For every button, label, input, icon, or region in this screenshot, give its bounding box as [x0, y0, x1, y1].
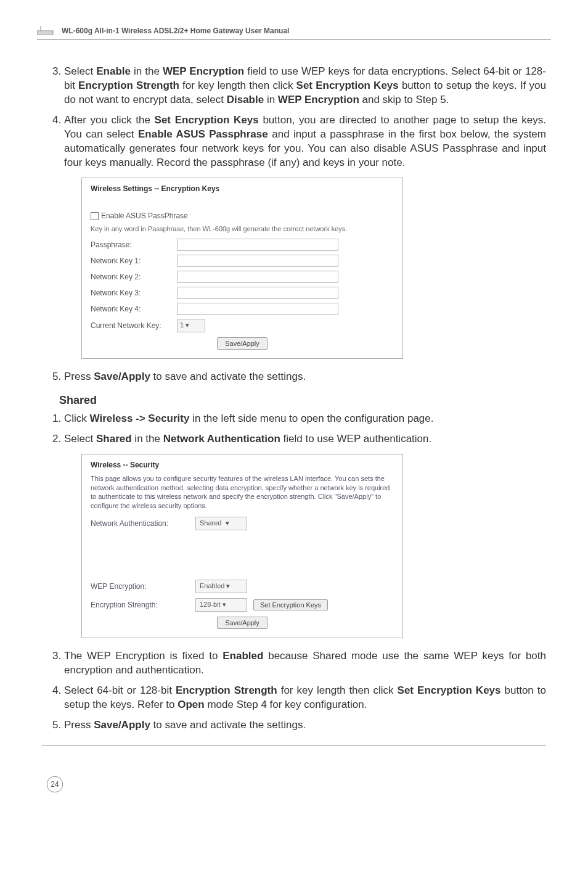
- ss1-enable-passphrase-row: Enable ASUS PassPhrase: [91, 212, 394, 220]
- ss1-title: Wireless Settings -- Encryption Keys: [91, 184, 394, 193]
- shared-step-4: Select 64-bit or 128-bit Encryption Stre…: [64, 684, 546, 712]
- instruction-list-1: Select Enable in the WEP Encryption fiel…: [42, 65, 546, 170]
- network-key-3-input[interactable]: [177, 287, 338, 299]
- screenshot-encryption-keys: Wireless Settings -- Encryption Keys Ena…: [81, 178, 403, 359]
- router-icon: [37, 25, 57, 37]
- shared-step-3: The WEP Encryption is fixed to Enabled b…: [64, 649, 546, 678]
- ss2-wep-row: WEP Encryption: Enabled ▾: [91, 580, 394, 593]
- svg-rect-1: [37, 31, 53, 35]
- save-apply-button[interactable]: Save/Apply: [217, 337, 267, 350]
- instruction-list-3: The WEP Encryption is fixed to Enabled b…: [42, 649, 546, 733]
- ss2-description: This page allows you to configure securi…: [91, 474, 394, 511]
- screenshot-wireless-security: Wireless -- Security This page allows yo…: [81, 454, 403, 638]
- network-key-2-input[interactable]: [177, 271, 338, 283]
- shared-heading: Shared: [59, 394, 546, 407]
- ss1-row-passphrase: Passphrase:: [91, 239, 394, 251]
- ss1-row-key1: Network Key 1:: [91, 255, 394, 267]
- current-network-key-select[interactable]: 1 ▾: [177, 319, 205, 332]
- instruction-list-1b: Press Save/Apply to save and activate th…: [42, 370, 546, 384]
- page-number-container: 24: [47, 776, 546, 792]
- encryption-strength-select[interactable]: 128-bit ▾: [195, 598, 247, 612]
- ss1-row-key2: Network Key 2:: [91, 271, 394, 283]
- save-apply-button-2[interactable]: Save/Apply: [217, 617, 267, 629]
- ss1-row-key4: Network Key 4:: [91, 303, 394, 315]
- instruction-list-2: Click Wireless -> Security in the left s…: [42, 412, 546, 446]
- footer-divider: [42, 745, 546, 752]
- ss1-description: Key in any word in Passphrase, then WL-6…: [91, 225, 394, 232]
- shared-step-5: Press Save/Apply to save and activate th…: [64, 718, 546, 733]
- shared-step-2: Select Shared in the Network Authenticat…: [64, 432, 546, 446]
- page-header: WL-600g All-in-1 Wireless ADSL2/2+ Home …: [37, 25, 551, 40]
- network-key-1-input[interactable]: [177, 255, 338, 267]
- ss1-row-current-key: Current Network Key: 1 ▾: [91, 319, 394, 332]
- step-4: After you click the Set Encryption Keys …: [64, 113, 546, 170]
- header-title: WL-600g All-in-1 Wireless ADSL2/2+ Home …: [62, 27, 289, 35]
- page-number: 24: [47, 776, 63, 792]
- step-5: Press Save/Apply to save and activate th…: [64, 370, 546, 384]
- ss1-checkbox-label: Enable ASUS PassPhrase: [101, 212, 188, 220]
- ss1-row-key3: Network Key 3:: [91, 287, 394, 299]
- shared-step-1: Click Wireless -> Security in the left s…: [64, 412, 546, 426]
- passphrase-input[interactable]: [177, 239, 338, 251]
- ss2-title: Wireless -- Security: [91, 461, 394, 469]
- set-encryption-keys-button[interactable]: Set Encryption Keys: [253, 599, 328, 610]
- ss2-enc-row: Encryption Strength: 128-bit ▾ Set Encry…: [91, 598, 394, 612]
- checkbox-icon[interactable]: [91, 212, 99, 220]
- step-3: Select Enable in the WEP Encryption fiel…: [64, 65, 546, 107]
- ss2-auth-row: Network Authentication: Shared ▾: [91, 517, 394, 530]
- network-authentication-select[interactable]: Shared ▾: [195, 517, 247, 530]
- wep-encryption-select[interactable]: Enabled ▾: [195, 580, 247, 593]
- network-key-4-input[interactable]: [177, 303, 338, 315]
